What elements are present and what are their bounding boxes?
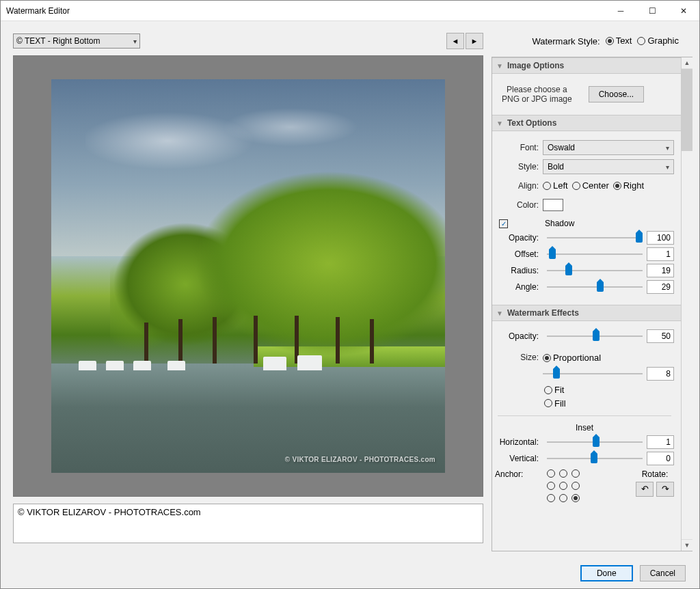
- preview-frame: © VIKTOR ELIZAROV - PHOTOTRACES.com: [13, 55, 483, 497]
- rotate-cw-button[interactable]: ↷: [656, 482, 674, 497]
- watermark-effects-header[interactable]: ▼ Watermark Effects: [492, 305, 681, 321]
- inset-vertical-value[interactable]: 0: [647, 452, 674, 465]
- shadow-angle-value[interactable]: 29: [647, 280, 674, 294]
- inset-label: Inset: [495, 423, 674, 433]
- anchor-tl[interactable]: [547, 469, 555, 478]
- shadow-checkbox[interactable]: ✓: [499, 219, 508, 228]
- style-text-radio[interactable]: Text: [606, 36, 632, 46]
- size-fill-radio[interactable]: Fill: [544, 398, 674, 409]
- anchor-mc[interactable]: [559, 482, 567, 490]
- prev-button[interactable]: ◄: [446, 33, 464, 49]
- size-proportional-radio[interactable]: Proportional: [543, 353, 674, 363]
- align-left-radio[interactable]: Left: [543, 180, 568, 191]
- inset-vertical-slider[interactable]: [547, 452, 643, 465]
- panel-scrollbar[interactable]: ▲ ▼: [681, 57, 692, 551]
- preset-dropdown[interactable]: © TEXT - Right Bottom ▾: [13, 33, 140, 49]
- cancel-button[interactable]: Cancel: [640, 565, 686, 581]
- preset-row: © TEXT - Right Bottom ▾ ◄ ►: [13, 32, 483, 50]
- right-column: Watermark Style: Text Graphic ▼ Image Op…: [492, 32, 692, 551]
- style-graphic-radio[interactable]: Graphic: [637, 36, 679, 46]
- shadow-label: Shadow: [545, 219, 574, 228]
- dialog-footer: Done Cancel: [1, 558, 699, 588]
- inset-horizontal-value[interactable]: 1: [647, 435, 674, 449]
- disclosure-triangle-icon: ▼: [496, 310, 503, 317]
- image-options-header[interactable]: ▼ Image Options: [492, 57, 681, 74]
- done-button[interactable]: Done: [580, 565, 633, 581]
- shadow-radius-value[interactable]: 19: [647, 264, 674, 277]
- anchor-tr[interactable]: [571, 469, 580, 478]
- shadow-angle-slider[interactable]: [547, 281, 643, 293]
- font-dropdown[interactable]: Oswald▾: [543, 140, 674, 155]
- titlebar: Watermark Editor ─ ☐ ✕: [1, 1, 699, 21]
- align-center-radio[interactable]: Center: [572, 180, 609, 191]
- content-area: © TEXT - Right Bottom ▾ ◄ ►: [1, 21, 699, 558]
- size-value[interactable]: 8: [647, 367, 674, 381]
- anchor-ml[interactable]: [547, 482, 555, 490]
- anchor-bc[interactable]: [559, 494, 567, 502]
- scroll-up-icon[interactable]: ▲: [682, 57, 692, 69]
- font-style-dropdown[interactable]: Bold▾: [543, 159, 674, 174]
- preset-selected: © TEXT - Right Bottom: [16, 36, 100, 46]
- disclosure-triangle-icon: ▼: [496, 120, 503, 127]
- anchor-tc[interactable]: [559, 469, 567, 478]
- size-fit-radio[interactable]: Fit: [544, 385, 674, 395]
- style-label: Watermark Style:: [532, 36, 600, 46]
- minimize-button[interactable]: ─: [605, 1, 636, 21]
- shadow-radius-slider[interactable]: [547, 264, 643, 277]
- watermark-preview-text: © VIKTOR ELIZAROV - PHOTOTRACES.com: [285, 456, 435, 463]
- chevron-down-icon: ▾: [133, 38, 137, 45]
- text-options-header[interactable]: ▼ Text Options: [492, 115, 681, 131]
- watermark-style-row: Watermark Style: Text Graphic: [492, 32, 692, 50]
- text-color-swatch[interactable]: [543, 199, 563, 211]
- wm-opacity-value[interactable]: 50: [647, 329, 674, 343]
- rotate-ccw-button[interactable]: ↶: [636, 482, 654, 497]
- disclosure-triangle-icon: ▼: [496, 62, 503, 70]
- inset-horizontal-slider[interactable]: [547, 436, 643, 448]
- close-button[interactable]: ✕: [668, 1, 699, 21]
- scroll-thumb[interactable]: [682, 69, 692, 151]
- anchor-grid: [547, 469, 582, 505]
- scroll-down-icon[interactable]: ▼: [682, 539, 692, 551]
- shadow-offset-value[interactable]: 1: [647, 247, 674, 261]
- shadow-offset-slider[interactable]: [547, 248, 643, 260]
- options-panel: ▼ Image Options Please choose a PNG or J…: [492, 57, 692, 551]
- size-slider[interactable]: [543, 368, 643, 380]
- rotate-label: Rotate:: [642, 469, 669, 479]
- watermark-text-input[interactable]: © VIKTOR ELIZAROV - PHOTOTRACES.com: [13, 504, 483, 543]
- wm-opacity-slider[interactable]: [547, 330, 643, 342]
- shadow-opacity-slider[interactable]: [547, 232, 643, 244]
- window-title: Watermark Editor: [6, 6, 605, 16]
- shadow-opacity-value[interactable]: 100: [647, 231, 674, 245]
- choose-image-button[interactable]: Choose...: [589, 86, 644, 102]
- maximize-button[interactable]: ☐: [636, 1, 668, 21]
- preview-image: © VIKTOR ELIZAROV - PHOTOTRACES.com: [51, 79, 445, 473]
- choose-help-text: Please choose a PNG or JPG image: [502, 85, 572, 104]
- anchor-mr[interactable]: [571, 482, 580, 490]
- next-button[interactable]: ►: [466, 33, 483, 49]
- anchor-bl[interactable]: [547, 494, 555, 502]
- align-right-radio[interactable]: Right: [613, 180, 644, 191]
- anchor-br[interactable]: [571, 494, 580, 502]
- left-column: © TEXT - Right Bottom ▾ ◄ ►: [13, 32, 483, 551]
